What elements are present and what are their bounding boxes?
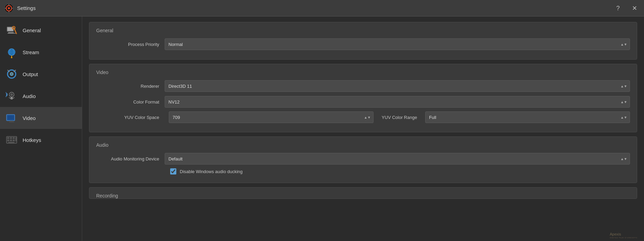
output-icon	[5, 68, 18, 80]
audio-icon	[5, 90, 18, 102]
audio-section-title: Audio	[96, 142, 630, 148]
svg-rect-35	[10, 137, 12, 139]
sidebar-label-stream: Stream	[23, 49, 39, 55]
yuv-space-select[interactable]: 709 601 2020	[169, 111, 374, 123]
yuv-space-select-wrapper: 709 601 2020 ▲▼	[169, 111, 374, 123]
svg-rect-41	[8, 142, 14, 144]
renderer-select[interactable]: Direct3D 11 OpenGL	[165, 80, 630, 92]
content-area: General Process Priority Normal Above No…	[82, 16, 644, 241]
svg-point-23	[11, 74, 12, 75]
general-section-title: General	[96, 28, 630, 33]
svg-point-19	[11, 57, 12, 58]
recording-section-title: Recording	[96, 193, 630, 198]
sidebar-item-general[interactable]: General	[0, 19, 82, 41]
sidebar-label-audio: Audio	[23, 93, 36, 99]
general-section: General Process Priority Normal Above No…	[89, 22, 637, 60]
title-bar-controls: ? ✕	[614, 4, 640, 13]
svg-rect-38	[10, 140, 12, 141]
svg-point-2	[8, 7, 10, 9]
sidebar: General Stream	[0, 16, 82, 241]
stream-icon	[5, 46, 18, 58]
svg-rect-40	[15, 137, 17, 141]
video-section-title: Video	[96, 70, 630, 75]
svg-rect-31	[10, 121, 13, 122]
svg-rect-28	[11, 97, 13, 99]
renderer-select-wrapper: Direct3D 11 OpenGL ▲▼	[165, 80, 630, 92]
process-priority-row: Process Priority Normal Above Normal Hig…	[96, 38, 630, 50]
yuv-range-select-wrapper: Full Partial ▲▼	[425, 111, 630, 123]
close-button[interactable]: ✕	[629, 4, 640, 13]
audio-section: Audio Audio Monitoring Device Default ▲▼…	[89, 136, 637, 183]
recording-section: Recording	[89, 187, 637, 199]
disable-ducking-row: Disable Windows audio ducking	[96, 168, 630, 174]
svg-rect-30	[7, 115, 14, 120]
yuv-range-select[interactable]: Full Partial	[425, 111, 630, 123]
monitoring-device-row: Audio Monitoring Device Default ▲▼	[96, 153, 630, 165]
title-bar: Settings ? ✕	[0, 0, 644, 16]
monitoring-device-control: Default ▲▼	[165, 153, 630, 165]
monitoring-device-select-wrapper: Default ▲▼	[165, 153, 630, 165]
process-priority-label: Process Priority	[96, 42, 165, 47]
yuv-range-label: YUV Color Range	[378, 115, 421, 120]
color-format-control: NV12 I420 I444 RGB ▲▼	[165, 96, 630, 108]
app-icon	[4, 3, 14, 13]
svg-text:Apexis: Apexis	[610, 232, 621, 236]
disable-ducking-checkbox[interactable]	[170, 168, 176, 174]
window-title: Settings	[17, 5, 614, 11]
sidebar-label-video: Video	[23, 115, 36, 121]
svg-rect-32	[9, 122, 14, 122]
color-format-label: Color Format	[96, 99, 165, 105]
watermark: Apexis FROM THE EXPERTS	[610, 230, 637, 238]
sidebar-item-output[interactable]: Output	[0, 63, 82, 85]
svg-rect-34	[7, 137, 9, 139]
help-button[interactable]: ?	[614, 4, 622, 13]
disable-ducking-label: Disable Windows audio ducking	[180, 169, 243, 174]
main-layout: General Stream	[0, 16, 644, 241]
sidebar-item-video[interactable]: Video	[0, 107, 82, 129]
svg-rect-37	[7, 140, 9, 141]
monitoring-device-select[interactable]: Default	[165, 153, 630, 165]
video-section: Video Renderer Direct3D 11 OpenGL ▲▼ Col…	[89, 64, 637, 132]
sidebar-item-audio[interactable]: Audio	[0, 85, 82, 107]
process-priority-select[interactable]: Normal Above Normal High	[165, 38, 630, 50]
video-icon	[5, 112, 18, 124]
renderer-row: Renderer Direct3D 11 OpenGL ▲▼	[96, 80, 630, 92]
general-icon	[5, 24, 18, 36]
yuv-row: YUV Color Space 709 601 2020 ▲▼ YUV Colo…	[96, 111, 630, 123]
process-priority-select-wrapper: Normal Above Normal High ▲▼	[165, 38, 630, 50]
renderer-label: Renderer	[96, 84, 165, 89]
sidebar-label-hotkeys: Hotkeys	[23, 137, 41, 143]
sidebar-item-stream[interactable]: Stream	[0, 41, 82, 63]
color-format-select[interactable]: NV12 I420 I444 RGB	[165, 96, 630, 108]
hotkeys-icon	[5, 134, 18, 146]
sidebar-label-general: General	[23, 27, 41, 33]
svg-rect-36	[13, 137, 15, 139]
process-priority-control: Normal Above Normal High ▲▼	[165, 38, 630, 50]
svg-text:FROM THE EXPERTS: FROM THE EXPERTS	[610, 237, 637, 238]
renderer-control: Direct3D 11 OpenGL ▲▼	[165, 80, 630, 92]
color-format-row: Color Format NV12 I420 I444 RGB ▲▼	[96, 96, 630, 108]
yuv-space-label: YUV Color Space	[96, 115, 165, 120]
sidebar-label-output: Output	[23, 71, 38, 77]
color-format-select-wrapper: NV12 I420 I444 RGB ▲▼	[165, 96, 630, 108]
svg-rect-39	[13, 140, 15, 141]
svg-point-27	[10, 93, 13, 96]
monitoring-device-label: Audio Monitoring Device	[96, 156, 165, 161]
sidebar-item-hotkeys[interactable]: Hotkeys	[0, 129, 82, 151]
